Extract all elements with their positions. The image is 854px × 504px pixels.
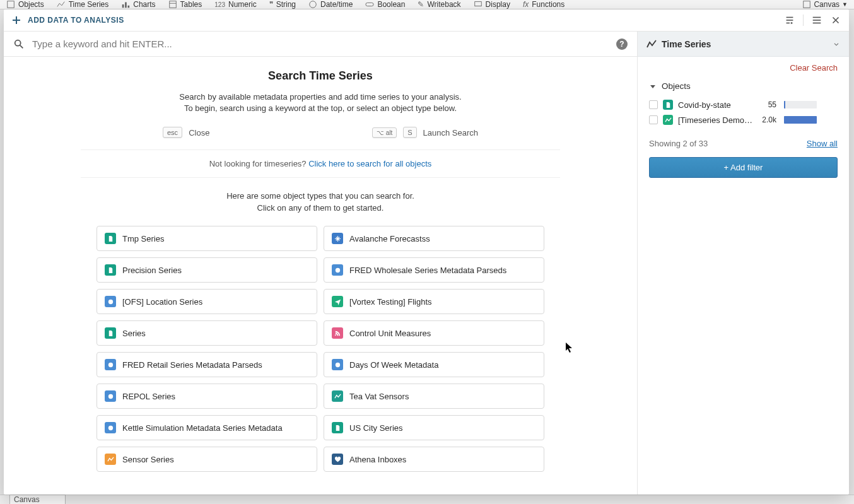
object-count: 2.0k [759,115,776,124]
kbd-alt: ⌥ alt [372,127,397,138]
object-filter-row[interactable]: Covid-by-state55 [649,97,838,112]
object-type-card[interactable]: Sensor Series [97,447,317,472]
object-type-icon [332,422,343,433]
show-all-link[interactable]: Show all [807,139,838,148]
svg-point-6 [310,1,317,8]
object-type-label: Precision Series [122,266,182,275]
count-bar [784,101,817,108]
object-type-card[interactable]: Kettle Simulation Metadata Series Metada… [97,415,317,440]
search-input[interactable] [32,38,616,49]
collapse-icon[interactable] [784,15,795,26]
bg-tab-string[interactable]: ❞String [269,0,296,9]
object-type-card[interactable]: Tmp Series [97,226,317,251]
bg-canvas-dropdown[interactable]: Canvas▼ [802,0,848,9]
svg-rect-3 [128,6,130,8]
object-type-icon [105,454,116,465]
object-type-card[interactable]: FRED Wholesale Series Metadata Parseds [324,257,544,283]
clear-search-link[interactable]: Clear Search [790,63,838,73]
sidebar-header[interactable]: Time Series [638,32,849,57]
object-type-card[interactable]: Athena Inboxes [324,447,544,472]
bottom-canvas-label[interactable]: Canvas [9,495,66,504]
checkbox[interactable] [649,100,658,109]
background-bottom-bar: Canvas [0,495,854,504]
bg-tab-charts[interactable]: Charts [121,0,155,9]
add-data-label: ADD DATA TO ANALYSIS [28,16,124,25]
svg-rect-2 [125,3,127,8]
object-type-card[interactable]: US City Series [324,415,544,440]
svg-point-23 [108,394,112,398]
svg-rect-1 [122,4,124,8]
object-name: Covid-by-state [678,100,754,110]
object-type-icon [332,233,343,244]
close-shortcut-label: Close [189,128,209,138]
object-type-label: US City Series [349,423,403,433]
object-filter-row[interactable]: [Timeseries Demo] Stock S2.0k [649,112,838,127]
chevron-down-icon[interactable] [833,40,840,48]
object-type-card[interactable]: Precision Series [97,257,317,283]
object-type-label: Control Unit Measures [349,329,431,338]
object-type-icon [105,264,116,276]
object-type-label: Days Of Week Metadata [349,360,438,370]
kbd-esc: esc [163,127,182,138]
background-tab-bar: Objects Time Series Charts Tables 123Num… [0,0,854,9]
object-type-card[interactable]: [Vortex Testing] Flights [324,289,544,314]
menu-icon[interactable] [811,15,822,26]
object-type-icon [332,296,343,307]
bg-tab-display[interactable]: Display [474,0,510,9]
shortcut-row: esc Close ⌥ alt S Launch Search [81,127,560,149]
object-types-description: Here are some object types that you can … [81,190,560,214]
object-type-icon [332,264,343,276]
object-type-card[interactable]: REPOL Series [97,384,317,409]
object-type-label: Tmp Series [122,234,164,243]
object-type-label: REPOL Series [122,392,175,401]
object-type-icon [332,327,343,339]
object-type-icon [105,233,116,244]
bg-tab-datetime[interactable]: Date/time [308,0,353,9]
bg-tab-objects[interactable]: Objects [6,0,44,9]
svg-rect-8 [474,2,481,6]
sidebar: Time Series Clear Search Objects Covid-b… [637,32,849,495]
bg-tab-numeric[interactable]: 123Numeric [214,0,256,9]
object-count: 55 [759,100,776,109]
bg-tab-writeback[interactable]: ✎Writeback [418,0,460,9]
sidebar-title: Time Series [662,39,711,49]
object-type-card[interactable]: Avalanche Forecastss [324,226,544,251]
object-type-icon [105,327,116,339]
showing-row: Showing 2 of 33 Show all [638,132,849,157]
svg-rect-9 [804,1,810,8]
object-type-card[interactable]: [OFS] Location Series [97,289,317,314]
svg-point-17 [15,40,21,45]
object-type-icon [332,359,343,370]
object-type-label: FRED Wholesale Series Metadata Parseds [349,266,506,275]
object-icon [663,100,673,110]
showing-count: Showing 2 of 33 [649,139,708,148]
objects-section-header[interactable]: Objects [649,81,838,91]
close-icon[interactable] [830,15,841,26]
checkbox[interactable] [649,115,658,124]
alt-search-row: Not looking for timeseries? Click here t… [81,149,560,178]
object-type-icon [105,390,116,402]
plus-icon [11,15,21,25]
object-type-card[interactable]: FRED Retail Series Metadata Parseds [97,352,317,377]
bg-tab-boolean[interactable]: Boolean [365,0,405,9]
svg-point-22 [335,362,339,366]
help-icon[interactable]: ? [616,38,628,50]
bg-tab-tables[interactable]: Tables [168,0,202,9]
object-name: [Timeseries Demo] Stock S [678,115,754,125]
object-type-label: Series [122,329,146,338]
bg-tab-functions[interactable]: fxFunctions [523,0,564,9]
bg-tab-timeseries[interactable]: Time Series [57,0,109,9]
main-scroll-area[interactable]: Search Time Series Search by available m… [4,57,637,495]
search-all-objects-link[interactable]: Click here to search for all objects [308,159,431,168]
launch-shortcut-label: Launch Search [423,128,478,138]
svg-point-21 [108,362,112,366]
object-type-card[interactable]: Tea Vat Sensors [324,384,544,409]
svg-rect-7 [366,3,373,6]
object-type-card[interactable]: Days Of Week Metadata [324,352,544,377]
search-bar: ? [4,32,637,57]
svg-point-19 [335,267,339,272]
add-filter-button[interactable]: + Add filter [649,157,838,178]
object-type-card[interactable]: Series [97,320,317,346]
object-type-label: Avalanche Forecastss [349,234,430,243]
object-type-card[interactable]: Control Unit Measures [324,320,544,346]
